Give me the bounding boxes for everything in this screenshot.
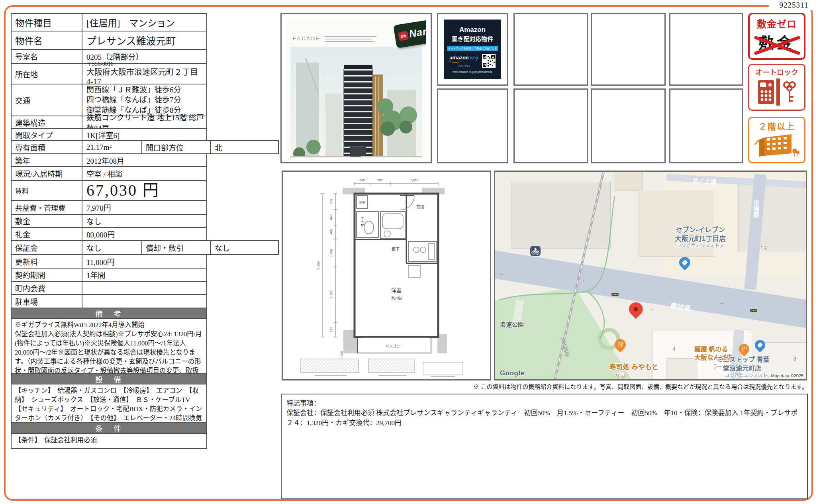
amazon-badge: Amazon 置き配対応物件 オートロックを解除して安全にお届けします amaz… xyxy=(444,20,501,79)
empty-photo-box xyxy=(513,13,588,86)
field-value: 鉄筋コンクリート造 地上15階 総戸数84戸 xyxy=(82,116,206,128)
special-notes-title: 特記事項： xyxy=(286,398,802,408)
amazon-subtitle: 置き配対応物件 xyxy=(451,34,493,43)
row-address: 所在地 〒556-0016 大阪府大阪市浪速区元町２丁目4-17 xyxy=(11,63,207,84)
location-map: ← → → ← 北ノ上通 市場筋 蔵前通 大和路線 セブン-イレブン 大阪元町1… xyxy=(494,171,807,380)
field-label: 敷金 xyxy=(12,215,82,227)
remarks-header: 備 考 xyxy=(11,308,207,319)
row-deposit: 敷金 なし xyxy=(11,214,207,228)
floorplan-box: 545 705 1,650 7,360 900 890 800 1,580 3,… xyxy=(282,171,491,380)
field-value: 空室 / 相談 xyxy=(82,167,206,180)
row-built: 築年 2012年08月 xyxy=(11,153,207,167)
poi-label: コンビニエンスストア xyxy=(660,242,740,249)
field-value: プレサンス難波元町 xyxy=(82,31,206,49)
svg-text:800: 800 xyxy=(329,229,333,235)
qr-code-icon xyxy=(482,54,496,68)
amazon-key-logo: key xyxy=(470,55,478,61)
field-label: 償却・敷引 xyxy=(142,241,211,254)
field-value: 21.17m² xyxy=(82,141,142,153)
no-deposit-struck-text: 敷金 xyxy=(750,31,804,53)
poi-label: 堂浪速元町店 xyxy=(723,363,761,373)
row-contract: 契約期間 1年間 xyxy=(11,268,207,282)
badge-autolock: オートロック xyxy=(748,64,805,111)
block-number: 4 xyxy=(672,345,676,352)
poi-label: 寿司 xyxy=(615,371,625,378)
intercom-icon xyxy=(758,80,774,104)
badge-no-deposit: 敷金ゼロ 敷金 xyxy=(748,13,805,60)
poi-label: コンビニエンスストア xyxy=(725,372,772,378)
field-label: 開口部方位 xyxy=(142,141,211,153)
amazon-stripe: オートロックを解除して安全にお届けします xyxy=(447,46,498,51)
badge-second-floor: ２階以上 xyxy=(748,117,805,163)
empty-photo-box xyxy=(669,13,743,86)
building-illustration xyxy=(290,47,422,157)
field-value: 1K[洋室6] xyxy=(82,129,206,140)
row-parking: 駐車場 xyxy=(11,294,207,308)
field-label: 築年 xyxy=(12,154,82,166)
field-value: 7,970円 xyxy=(82,201,206,214)
access-line: 関西線「ＪＲ難波」徒歩6分 xyxy=(86,85,204,95)
row-property-name: 物件名 プレサンス難波元町 xyxy=(11,31,207,50)
field-value: 2012年08月 xyxy=(82,154,206,166)
svg-text:545: 545 xyxy=(359,178,365,182)
facade-caption: FACADE xyxy=(293,35,321,41)
field-label: 礼金 xyxy=(12,228,82,240)
empty-photo-box xyxy=(591,88,666,163)
field-value: 11,000円 xyxy=(82,255,206,268)
block-number: 13 xyxy=(760,245,767,251)
field-value: [住居用] マンション xyxy=(82,14,206,31)
field-label: 専有面積 xyxy=(12,141,82,153)
field-value: 1年間 xyxy=(82,269,206,281)
field-label: 物件種目 xyxy=(12,14,82,31)
row-key-money: 礼金 80,000円 xyxy=(11,227,207,241)
row-rent: 賃料 67,030 円 xyxy=(11,180,207,201)
postal-code: 〒556-0016 xyxy=(86,61,204,67)
amazon-photo-box: Amazon 置き配対応物件 オートロックを解除して安全にお届けします amaz… xyxy=(437,13,508,86)
field-label: 駐車場 xyxy=(12,295,82,308)
amazon-title: Amazon xyxy=(459,26,486,34)
field-value xyxy=(82,282,206,294)
sticker-text: Namba! xyxy=(408,22,426,40)
rent-value: 67,030 円 xyxy=(86,182,204,198)
field-label: 保証金 xyxy=(12,241,82,254)
field-label: 交通 xyxy=(12,84,82,116)
equipment-body: 【キッチン】 給湯器・ガスコンロ 【冷暖房】 エアコン 【収納】 シューズボック… xyxy=(11,384,207,423)
svg-text:トイレ: トイレ xyxy=(360,216,364,227)
conditions-body: 【条件】 保証会社利用必須 xyxy=(11,433,207,449)
field-label: 賃料 xyxy=(12,181,82,200)
svg-text:1,620: 1,620 xyxy=(340,351,343,359)
block-number: 3 xyxy=(793,355,796,362)
row-property-type: 物件種目 [住居用] マンション xyxy=(11,13,207,31)
svg-text:3,150: 3,150 xyxy=(329,290,333,298)
street-label: 市場筋 xyxy=(752,200,760,218)
google-watermark: Google xyxy=(500,369,525,377)
field-label: 更新料 xyxy=(12,255,82,268)
restaurant-pin-icon xyxy=(612,337,628,353)
amazon-logo: amazon xyxy=(449,55,468,61)
lane-arrow-icon: → xyxy=(718,298,725,306)
key-icon xyxy=(782,79,796,105)
street-label: 北ノ上通 xyxy=(692,176,716,185)
svg-text:7,360: 7,360 xyxy=(317,261,320,269)
field-label: 共益費・管理費 xyxy=(12,201,82,214)
field-label: 契約期間 xyxy=(12,269,82,281)
svg-text:890: 890 xyxy=(329,214,333,220)
sticker-badge: de xyxy=(398,31,409,41)
field-value: 80,000円 xyxy=(82,228,206,240)
svg-text:1,650: 1,650 xyxy=(410,178,419,182)
traffic-light-icon xyxy=(750,309,757,312)
row-renewal: 更新料 11,000円 xyxy=(11,254,207,269)
special-notes-box: 特記事項： 保証会社：保証会社利用必須 株式会社プレサンスギャランティギャランテ… xyxy=(281,394,808,499)
amazon-url: www.amazon.co.jp/keyforbusiness xyxy=(453,71,492,73)
empty-photo-box xyxy=(513,88,588,163)
namba-sticker: de Namba! xyxy=(393,19,426,48)
floorplan-drawing: 545 705 1,650 7,360 900 890 800 1,580 3,… xyxy=(283,172,490,379)
field-value: 北 xyxy=(211,141,278,153)
lane-arrow-icon: ← xyxy=(499,270,506,278)
row-layout: 間取タイプ 1K[洋室6] xyxy=(11,128,207,141)
svg-text:廊下: 廊下 xyxy=(392,247,400,251)
facade-photo: FACADE xyxy=(280,13,432,163)
svg-text:玄関: 玄関 xyxy=(416,204,424,209)
document-number: 9225311 xyxy=(769,0,819,10)
remarks-line1: ※ギガプライズ無料WiFi 2022年4月導入開始 xyxy=(15,320,203,329)
